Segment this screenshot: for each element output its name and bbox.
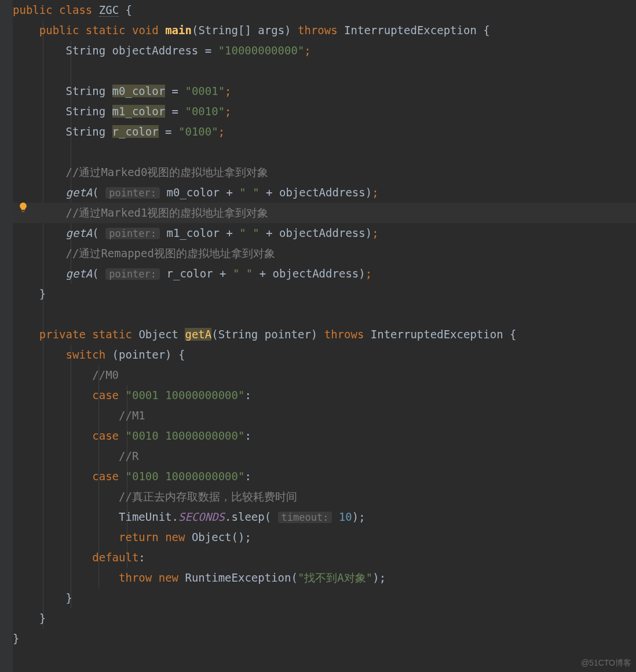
parameter-hint: pointer:: [105, 228, 160, 239]
parameter-hint: timeout:: [278, 512, 332, 523]
code-line: case "0001 10000000000":: [13, 385, 636, 406]
code-line: [13, 142, 636, 162]
code-line: getA( pointer: m1_color + " " + objectAd…: [13, 223, 636, 243]
code-line: default:: [13, 547, 636, 568]
code-line: private static Object getA(String pointe…: [13, 324, 636, 345]
code-line: }: [13, 284, 636, 304]
code-editor[interactable]: public class ZGC { public static void ma…: [0, 0, 636, 649]
parameter-hint: pointer:: [105, 187, 160, 199]
code-line: getA( pointer: m0_color + " " + objectAd…: [13, 182, 636, 203]
code-line-current: //通过Marked1视图的虚拟地址拿到对象: [13, 203, 636, 223]
code-line: }: [13, 629, 636, 649]
code-line: String objectAddress = "10000000000";: [13, 41, 636, 61]
code-line: }: [13, 588, 636, 608]
code-line: //真正去内存取数据，比较耗费时间: [13, 487, 636, 507]
parameter-hint: pointer:: [105, 268, 160, 280]
code-line: [13, 61, 636, 81]
code-line: TimeUnit.SECONDS.sleep( timeout: 10);: [13, 507, 636, 527]
code-line: //通过Marked0视图的虚拟地址拿到对象: [13, 162, 636, 182]
code-line: public class ZGC {: [13, 0, 636, 20]
code-line: String r_color = "0100";: [13, 122, 636, 142]
code-line: public static void main(String[] args) t…: [13, 20, 636, 41]
code-line: //R: [13, 446, 636, 466]
code-line: }: [13, 608, 636, 629]
code-line: throw new RuntimeException("找不到A对象");: [13, 568, 636, 588]
code-line: //M1: [13, 406, 636, 426]
code-line: getA( pointer: r_color + " " + objectAdd…: [13, 264, 636, 284]
code-line: String m0_color = "0001";: [13, 81, 636, 101]
code-line: case "0100 10000000000":: [13, 466, 636, 487]
watermark: @51CTO博客: [581, 658, 631, 669]
code-line: //通过Remapped视图的虚拟地址拿到对象: [13, 243, 636, 264]
code-line: return new Object();: [13, 527, 636, 547]
code-line: switch (pointer) {: [13, 345, 636, 365]
lightbulb-icon[interactable]: [17, 202, 29, 213]
code-line: [13, 304, 636, 324]
code-line: case "0010 10000000000":: [13, 426, 636, 446]
code-line: String m1_color = "0010";: [13, 101, 636, 122]
code-line: //M0: [13, 365, 636, 385]
